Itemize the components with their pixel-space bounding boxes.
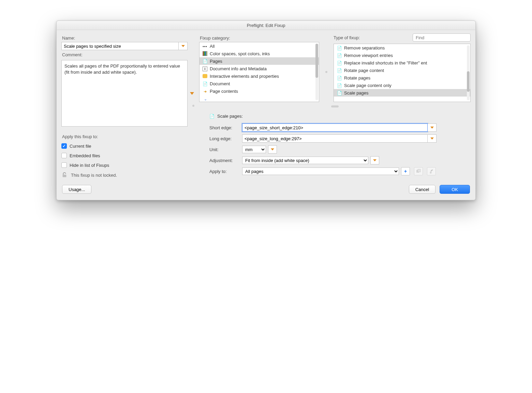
checkbox-current-file-label: Current file — [70, 144, 91, 149]
category-item-label: Interactive elements and properties — [210, 74, 279, 79]
adjustment-label: Adjustment: — [209, 158, 242, 163]
svg-marker-6 — [373, 159, 376, 161]
pdf-icon — [209, 114, 215, 119]
svg-marker-5 — [271, 148, 274, 150]
usage-button[interactable]: Usage... — [62, 185, 91, 194]
name-label: Name: — [62, 35, 188, 41]
unit-label: Unit: — [209, 147, 242, 152]
pdf-icon — [337, 75, 342, 81]
category-scrollbar-thumb[interactable] — [315, 44, 318, 78]
unlock-icon — [61, 172, 68, 178]
pdf-icon — [337, 45, 342, 50]
type-item-label: Rotate pages — [344, 75, 370, 81]
type-item-label: Remove separations — [344, 45, 385, 50]
category-item-label: Document info and Metadata — [210, 66, 267, 71]
type-item-label: Rotate page content — [344, 68, 384, 73]
comment-textarea[interactable]: Scales all pages of the PDF proportional… — [61, 60, 188, 127]
type-item[interactable]: Replace invalid shortcuts in the "Filter… — [334, 59, 470, 67]
name-dropdown-button[interactable] — [179, 42, 188, 50]
unit-var-dropdown[interactable] — [268, 145, 277, 154]
comment-text: Scales all pages of the PDF proportional… — [64, 63, 180, 75]
find-input[interactable] — [413, 33, 471, 42]
swatch-icon — [202, 51, 208, 56]
add-condition-button[interactable]: + — [401, 167, 410, 175]
svg-marker-3 — [430, 127, 434, 129]
vertical-splitter[interactable] — [192, 33, 194, 178]
edit-condition-button — [427, 167, 436, 175]
type-item[interactable]: Remove viewport entries — [334, 52, 470, 59]
category-item[interactable]: Document info and Metadata — [200, 65, 319, 72]
category-label: Fixup category: — [200, 35, 319, 41]
type-item-label: Remove viewport entries — [344, 53, 393, 58]
type-list[interactable]: Remove separationsRemove viewport entrie… — [334, 44, 471, 102]
svg-rect-8 — [418, 169, 420, 172]
unit-select[interactable]: mm — [242, 146, 266, 153]
category-item[interactable]: Page contents — [200, 87, 319, 95]
category-item[interactable]: Pages — [200, 57, 319, 65]
short-edge-dropdown[interactable] — [428, 123, 437, 132]
name-input[interactable] — [61, 42, 179, 50]
type-item-label: Scale page content only — [344, 83, 391, 88]
ok-button[interactable]: OK — [440, 185, 470, 194]
category-item[interactable]: Interactive elements and properties — [200, 72, 319, 80]
short-edge-input[interactable] — [242, 123, 428, 132]
type-label: Type of fixup: — [334, 35, 360, 40]
checkbox-embedded-files-label: Embedded files — [70, 153, 100, 158]
category-item-label: Page contents — [210, 89, 238, 94]
left-column: Name: Comment: Scales all pages of the P… — [61, 33, 188, 178]
long-edge-label: Long edge: — [209, 136, 242, 141]
cancel-button[interactable]: Cancel — [409, 185, 435, 194]
checkbox-hide-in-list-label: Hide in list of Fixups — [70, 163, 109, 168]
type-item-label: Replace invalid shortcuts in the "Filter… — [344, 60, 427, 66]
type-item[interactable]: Rotate page content — [334, 67, 470, 74]
pdf-icon — [202, 81, 208, 86]
list-splitter[interactable] — [325, 71, 327, 73]
horizontal-splitter[interactable] — [199, 104, 471, 109]
window-title: Preflight: Edit Fixup — [57, 21, 475, 30]
short-edge-label: Short edge: — [209, 125, 242, 130]
svg-marker-0 — [181, 45, 185, 47]
pdf-icon — [337, 83, 342, 88]
checkbox-embedded-files[interactable] — [61, 153, 67, 158]
type-item[interactable]: Rotate pages — [334, 74, 470, 82]
type-item[interactable]: Scale pages — [334, 89, 470, 97]
settings-title: Scale pages: — [217, 114, 243, 119]
adjustment-var-dropdown[interactable] — [370, 156, 379, 164]
pdf-icon — [337, 53, 342, 58]
info-icon — [202, 66, 208, 71]
category-list[interactable]: AllColor spaces, spot colors, inksPagesD… — [199, 42, 319, 102]
pdf-icon — [337, 90, 342, 96]
svg-marker-1 — [190, 92, 194, 95]
category-item-label: Pages — [210, 59, 222, 64]
type-item[interactable]: Remove separations — [334, 44, 470, 52]
apply-to-select[interactable]: All pages — [242, 168, 399, 175]
fixup-settings-panel: Scale pages: Short edge: Long edge: — [199, 112, 471, 178]
checkbox-hide-in-list[interactable] — [61, 162, 67, 168]
adjustment-select[interactable]: Fit from inside (add white space) — [242, 157, 368, 164]
svg-rect-2 — [63, 175, 66, 177]
type-item[interactable]: Scale page content only — [334, 82, 470, 89]
apply-to-setting-label: Apply to: — [209, 169, 242, 174]
comment-label: Comment: — [62, 52, 188, 57]
bubble-icon — [202, 73, 208, 79]
long-edge-input[interactable] — [242, 134, 428, 143]
category-item[interactable]: Color spaces, spot colors, inks — [200, 50, 319, 57]
category-item-label: Document — [210, 81, 230, 86]
long-edge-dropdown[interactable] — [428, 134, 437, 143]
duplicate-condition-button — [414, 167, 423, 175]
category-expand-chevron[interactable]: ⌄ — [202, 97, 209, 101]
category-item[interactable]: Document — [200, 80, 319, 87]
svg-rect-9 — [430, 169, 433, 172]
dots-icon — [202, 43, 208, 49]
pdf-icon — [337, 68, 342, 73]
lock-status-text: This fixup is not locked. — [71, 173, 117, 178]
category-item[interactable]: All — [200, 42, 319, 50]
pdf-icon — [202, 58, 208, 64]
category-item-label: All — [210, 44, 215, 49]
svg-marker-4 — [430, 137, 434, 140]
comment-dropdown-button[interactable] — [188, 90, 196, 97]
category-item-label: Color spaces, spot colors, inks — [210, 51, 270, 56]
checkbox-current-file[interactable] — [61, 143, 67, 149]
type-scrollbar-thumb[interactable] — [467, 71, 470, 92]
apply-to-label: Apply this fixup to: — [62, 134, 188, 139]
